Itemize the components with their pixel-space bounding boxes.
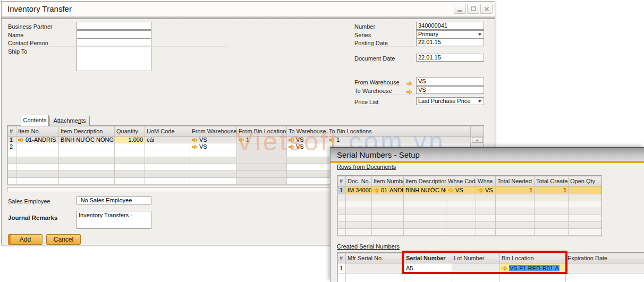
cell-empty[interactable] (404, 274, 452, 282)
cell-empty[interactable] (372, 215, 404, 222)
cell-empty[interactable] (237, 143, 287, 150)
cell-empty[interactable] (115, 164, 145, 171)
cell-empty[interactable] (237, 157, 287, 164)
cancel-button[interactable]: Cancel (46, 234, 81, 245)
table-scrollbar[interactable] (471, 136, 484, 143)
maximize-button[interactable] (467, 4, 479, 14)
cell-empty[interactable] (372, 201, 404, 208)
tab-attachments[interactable]: Attachments (49, 116, 90, 126)
cell-empty[interactable] (346, 229, 372, 236)
cell-empty[interactable] (372, 222, 404, 229)
cell-empty[interactable] (287, 164, 327, 171)
cell-empty[interactable] (16, 171, 59, 178)
cell-empty[interactable] (346, 201, 372, 208)
scroll-up-button[interactable] (472, 137, 483, 143)
cell-empty[interactable] (16, 164, 59, 171)
cell-item-no[interactable]: 01-ANDRIS (16, 136, 59, 143)
series-dropdown[interactable]: Primary (416, 30, 484, 38)
tab-contents[interactable]: Contents (21, 115, 49, 126)
price-list-dropdown[interactable]: Last Purchase Price (416, 97, 484, 105)
row-number-cell[interactable]: 1 (338, 263, 346, 274)
cell-expiration-date[interactable] (566, 263, 644, 274)
cell-total-needed[interactable]: 1 (496, 186, 535, 194)
cell-empty[interactable] (145, 150, 190, 157)
cell-empty[interactable] (476, 208, 496, 215)
cell-empty[interactable] (476, 194, 496, 201)
cell-empty[interactable] (190, 157, 237, 164)
cell-empty[interactable] (404, 229, 446, 236)
cell-empty[interactable] (476, 215, 496, 222)
cell-empty[interactable] (346, 274, 404, 282)
name-field[interactable] (77, 30, 151, 38)
cell-empty[interactable] (115, 171, 145, 178)
cell-empty[interactable] (145, 157, 190, 164)
cell-whse-code[interactable]: VS (446, 186, 476, 194)
cell-empty[interactable] (569, 215, 602, 222)
cell-empty[interactable] (237, 150, 287, 157)
cell-empty[interactable] (446, 215, 476, 222)
link-arrow-icon[interactable] (192, 138, 198, 142)
cell-empty[interactable] (476, 201, 496, 208)
cell-to-bin-locations[interactable]: 1 (327, 136, 471, 143)
cell-empty[interactable] (115, 178, 145, 185)
cell-empty[interactable] (346, 208, 372, 215)
cell-empty[interactable] (535, 215, 569, 222)
cell-lot-number[interactable] (452, 263, 500, 274)
cell-empty[interactable] (237, 178, 287, 185)
cell-empty[interactable] (496, 215, 535, 222)
cell-empty[interactable] (372, 229, 404, 236)
cell-empty[interactable] (145, 171, 190, 178)
cell-empty[interactable] (404, 208, 446, 215)
cell-empty[interactable] (16, 150, 59, 157)
cell-empty[interactable] (145, 143, 190, 150)
link-arrow-icon[interactable] (374, 188, 379, 193)
cell-empty[interactable] (190, 171, 237, 178)
cell-item-number[interactable]: 01-ANDRIS (372, 186, 404, 194)
to-warehouse-field[interactable]: VS (416, 86, 484, 94)
cell-item-description[interactable]: BÌNH NƯỚC NÓNG GIA (59, 136, 115, 143)
cell-empty[interactable] (16, 143, 59, 150)
cell-empty[interactable] (569, 186, 602, 194)
cell-bin-location[interactable]: VS-F1-RED-R01-A (500, 263, 566, 274)
number-field[interactable]: 340000041 (416, 22, 484, 30)
cell-empty[interactable] (404, 201, 446, 208)
cell-empty[interactable] (446, 194, 476, 201)
cell-item-description[interactable]: BÌNH NƯỚC NÓNG (404, 186, 446, 194)
cell-empty[interactable] (287, 157, 327, 164)
cell-mfr-serial-no[interactable] (346, 263, 404, 274)
cell-empty[interactable] (59, 157, 115, 164)
cell-empty[interactable] (446, 222, 476, 229)
cell-empty[interactable] (372, 208, 404, 215)
link-arrow-icon[interactable] (289, 138, 294, 142)
cell-empty[interactable] (476, 229, 496, 236)
link-arrow-icon[interactable] (478, 188, 484, 193)
cell-empty[interactable] (496, 194, 535, 201)
business-partner-field[interactable] (77, 22, 151, 30)
ship-to-field[interactable] (77, 47, 151, 71)
cell-empty[interactable] (59, 171, 115, 178)
cell-empty[interactable] (404, 215, 446, 222)
cell-empty[interactable] (346, 222, 372, 229)
cell-empty[interactable] (190, 178, 237, 185)
document-date-field[interactable]: 22.01.15 (416, 54, 484, 62)
cell-empty[interactable] (372, 194, 404, 201)
cell-empty[interactable] (404, 222, 446, 229)
cell-empty[interactable] (500, 274, 566, 282)
cell-empty[interactable] (115, 150, 145, 157)
row-number-cell[interactable]: 1 (338, 186, 346, 194)
cell-empty[interactable] (535, 222, 569, 229)
row-number-cell[interactable]: 1 (8, 136, 16, 143)
cell-empty[interactable] (569, 201, 602, 208)
cell-empty[interactable] (16, 157, 59, 164)
cell-empty[interactable] (446, 208, 476, 215)
cell-from-bin-locations[interactable]: 1 (237, 136, 287, 143)
minimize-button[interactable] (454, 4, 466, 14)
from-warehouse-link-arrow[interactable] (406, 79, 413, 84)
from-warehouse-field[interactable]: VS (416, 78, 484, 86)
journal-remarks-field[interactable]: Inventory Transfers - (77, 211, 151, 229)
cell-empty[interactable] (190, 164, 237, 171)
cell-empty[interactable] (496, 208, 535, 215)
cell-empty[interactable] (446, 201, 476, 208)
close-button[interactable] (480, 4, 493, 14)
cell-serial-number[interactable]: A5 (404, 263, 452, 274)
